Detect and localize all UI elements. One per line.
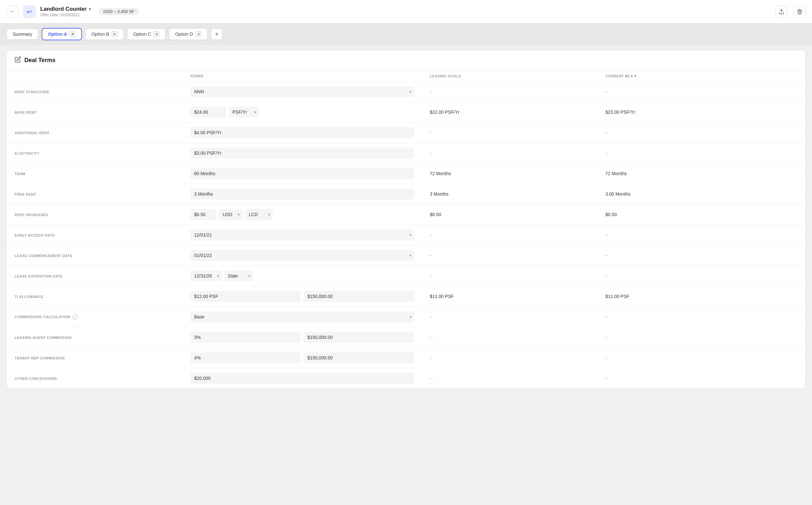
additional-rent-leasing: – [430, 130, 433, 135]
tab-close-option-d[interactable]: ✕ [196, 31, 201, 37]
label-lease-expiration: LEASE EXPIRATION DATE [15, 274, 63, 278]
label-additional-rent: ADDITIONAL RENT [15, 131, 49, 135]
ti-allowance-total-input[interactable] [303, 291, 414, 302]
mla-header-sort[interactable]: CURRENT MLA ▾ [605, 74, 797, 78]
label-rent-increases: RENT INCREASES [15, 213, 48, 217]
lease-commencement-select[interactable]: 01/01/22 [190, 250, 414, 261]
row-ti-allowance: TI ALLOWANCE $11.00 PSF $11.00 PSF [7, 286, 805, 307]
add-tab-button[interactable]: + [211, 28, 223, 40]
label-electricity: ELECTRICITY [15, 151, 40, 155]
row-lease-expiration: LEASE EXPIRATION DATE 12/31/26 ▾ [7, 266, 805, 286]
lease-expiration-date-select[interactable]: 12/31/26 [190, 271, 222, 282]
back-button[interactable]: ← [6, 6, 18, 18]
electricity-leasing: – [430, 150, 433, 156]
row-rent-structure: RENT STRUCTURE NNN Gross Modified Gross … [7, 81, 805, 102]
rent-increases-mla: $0.50 [605, 212, 617, 217]
mla-chevron-icon: ▾ [634, 74, 636, 78]
deal-terms-header: Deal Terms [7, 50, 805, 70]
row-commissions-calculation: COMMISSIONS CALCULATION i Base Gross ▾ [7, 307, 805, 327]
tab-option-d[interactable]: Option D ✕ [169, 28, 208, 40]
tenant-rep-pct-input[interactable] [190, 352, 301, 363]
label-early-access-date: EARLY ACCESS DATE [15, 233, 55, 237]
base-rent-unit-select[interactable]: PSF/Yr PSF/Mo Annual [229, 107, 259, 118]
tenant-rep-total-input[interactable] [303, 352, 414, 363]
early-access-select-wrapper: 12/01/21 ▾ [190, 229, 414, 240]
rent-increases-leasing: $0.50 [430, 212, 441, 217]
additional-rent-input[interactable] [190, 127, 414, 138]
rent-increases-amount-input[interactable] [190, 209, 216, 220]
rent-increases-type-select[interactable]: LCD Annual CPI [245, 209, 273, 220]
app-header: ← ↩ Landlord Counter ▾ Offer Date: 02/05… [0, 0, 812, 23]
row-electricity: ELECTRICITY – – [7, 143, 805, 163]
row-tenant-rep-commission: TENANT REP COMMISSION – – [7, 348, 805, 368]
terms-table: TERMS LEASING GOALS CURRENT MLA ▾ RENT S… [7, 70, 805, 388]
ti-allowance-psf-input[interactable] [190, 291, 301, 302]
tab-close-option-a[interactable]: ✕ [69, 31, 75, 37]
app-icon: ↩ [23, 5, 36, 18]
rent-structure-select-wrapper: NNN Gross Modified Gross ▾ [190, 86, 414, 97]
base-rent-input[interactable] [190, 107, 226, 118]
row-term: TERM 72 Months 72 Months [7, 163, 805, 184]
deal-terms-card: Deal Terms TERMS LEASING GOALS CURRENT M [6, 50, 806, 389]
lease-expiration-mla: – [605, 273, 608, 279]
row-free-rent: FREE RENT 3 Months 3.00 Months [7, 184, 805, 204]
tab-bar: Summary Option A ✕ Option B ✕ Option C ✕… [0, 23, 812, 45]
free-rent-input[interactable] [190, 188, 414, 199]
col-header-mla: CURRENT MLA ▾ [598, 70, 805, 81]
row-additional-rent: ADDITIONAL RENT – – [7, 123, 805, 143]
edit-icon[interactable] [15, 56, 21, 64]
tab-option-b[interactable]: Option B ✕ [85, 28, 123, 40]
lease-expiration-type-wrapper: Date Months ▾ [224, 271, 253, 282]
row-early-access-date: EARLY ACCESS DATE 12/01/21 ▾ – – [7, 225, 805, 245]
page-title: Landlord Counter ▾ [40, 6, 91, 12]
leasing-agent-commission-group [190, 332, 414, 343]
upload-button[interactable] [776, 6, 787, 18]
lease-expiration-type-select[interactable]: Date Months [224, 271, 253, 282]
title-chevron[interactable]: ▾ [89, 6, 91, 12]
leasing-agent-pct-input[interactable] [190, 332, 301, 343]
base-rent-group: PSF/Yr PSF/Mo Annual ▾ [190, 107, 414, 118]
lease-commencement-select-wrapper: 01/01/22 ▾ [190, 250, 414, 261]
leasing-agent-total-input[interactable] [303, 332, 414, 343]
tab-option-a[interactable]: Option A ✕ [42, 28, 82, 40]
term-input[interactable] [190, 168, 414, 179]
property-badge: #250 – 3,450 SF [99, 8, 139, 15]
rent-increases-currency-wrapper: USD % ▾ [219, 209, 242, 220]
tenant-rep-mla: – [605, 355, 608, 360]
electricity-input[interactable] [190, 148, 414, 159]
tab-summary[interactable]: Summary [6, 29, 38, 40]
other-concessions-input[interactable] [190, 373, 414, 384]
label-term: TERM [15, 172, 25, 176]
tab-option-c[interactable]: Option C ✕ [127, 28, 166, 40]
label-commissions-calculation: COMMISSIONS CALCULATION [15, 315, 70, 319]
commissions-select[interactable]: Base Gross [190, 311, 414, 322]
delete-button[interactable] [794, 6, 806, 18]
additional-rent-mla: – [605, 130, 608, 135]
col-header-empty [7, 70, 183, 81]
label-free-rent: FREE RENT [15, 192, 36, 196]
free-rent-leasing: 3 Months [430, 191, 449, 197]
commissions-leasing: – [430, 314, 433, 319]
commissions-select-wrapper: Base Gross ▾ [190, 311, 414, 322]
early-access-select[interactable]: 12/01/21 [190, 229, 414, 240]
early-access-leasing: – [430, 232, 433, 237]
rent-structure-select[interactable]: NNN Gross Modified Gross [190, 86, 414, 97]
tab-close-option-c[interactable]: ✕ [154, 31, 160, 37]
tab-close-option-b[interactable]: ✕ [112, 31, 117, 37]
leasing-agent-leasing: – [430, 334, 433, 340]
leasing-agent-mla: – [605, 334, 608, 340]
label-base-rent: BASE RENT [15, 111, 37, 114]
main-content: Deal Terms TERMS LEASING GOALS CURRENT M [0, 45, 812, 394]
row-other-concessions: OTHER CONCESSIONS – – [7, 368, 805, 389]
commissions-info-icon[interactable]: i [72, 314, 78, 320]
tenant-rep-leasing: – [430, 355, 433, 360]
lease-expiration-leasing: – [430, 273, 433, 279]
ti-allowance-mla: $11.00 PSF [605, 294, 629, 299]
term-mla: 72 Months [605, 171, 626, 176]
base-rent-unit-wrapper: PSF/Yr PSF/Mo Annual ▾ [229, 107, 259, 118]
commissions-label-group: COMMISSIONS CALCULATION i [15, 314, 175, 320]
rent-increases-currency-select[interactable]: USD % [219, 209, 242, 220]
rent-structure-mla: – [605, 89, 608, 94]
offer-date: Offer Date: 02/05/2021 [40, 13, 91, 17]
column-headers: TERMS LEASING GOALS CURRENT MLA ▾ [7, 70, 805, 81]
